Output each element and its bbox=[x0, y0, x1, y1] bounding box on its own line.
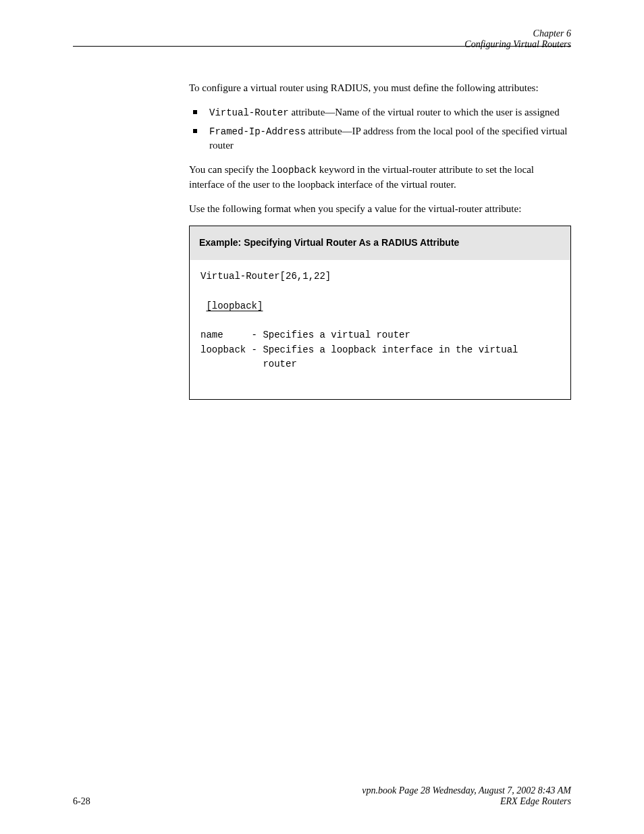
code-line: name - Specifies a virtual router bbox=[200, 328, 560, 343]
code-line: Virtual-Router[26,1,22] bbox=[200, 269, 560, 284]
body-column: To configure a virtual router using RADI… bbox=[189, 81, 571, 413]
running-header: Chapter 6 Configuring Virtual Routers bbox=[464, 28, 571, 50]
code-line: [loopback] bbox=[200, 299, 560, 314]
footer-product-line: ERX Edge Routers bbox=[362, 796, 571, 807]
code-line bbox=[200, 313, 560, 328]
followup-paragraph-2: Use the following format when you specif… bbox=[189, 202, 571, 217]
inline-code: loopback bbox=[271, 165, 317, 176]
intro-paragraph: To configure a virtual router using RADI… bbox=[189, 81, 571, 96]
footer-build-line: vpn.book Page 28 Wednesday, August 7, 20… bbox=[362, 785, 571, 796]
bullet-text: attribute—Name of the virtual router to … bbox=[289, 107, 560, 118]
page-number: 6-28 bbox=[73, 796, 90, 807]
footer-right: vpn.book Page 28 Wednesday, August 7, 20… bbox=[362, 785, 571, 807]
code-line bbox=[200, 284, 560, 299]
bullet-item: Framed-Ip-Address attribute—IP address f… bbox=[189, 124, 571, 154]
code-line: router bbox=[200, 357, 560, 372]
followup-paragraph-1: You can specify the loopback keyword in … bbox=[189, 163, 571, 192]
text-run: You can specify the bbox=[189, 164, 271, 175]
header-chapter: Chapter 6 bbox=[464, 28, 571, 39]
bullet-code: Framed-Ip-Address bbox=[209, 126, 306, 137]
example-box: Example: Specifying Virtual Router As a … bbox=[189, 226, 571, 400]
example-title: Example: Specifying Virtual Router As a … bbox=[190, 226, 570, 260]
page: Chapter 6 Configuring Virtual Routers To… bbox=[0, 0, 644, 834]
bullet-item: Virtual-Router attribute—Name of the vir… bbox=[189, 105, 571, 120]
example-code: Virtual-Router[26,1,22] [loopback] name … bbox=[190, 260, 570, 399]
header-rule bbox=[73, 46, 571, 47]
header-title: Configuring Virtual Routers bbox=[464, 39, 571, 50]
bullet-code: Virtual-Router bbox=[209, 107, 289, 118]
attribute-bullets: Virtual-Router attribute—Name of the vir… bbox=[189, 105, 571, 153]
code-line: loopback - Specifies a loopback interfac… bbox=[200, 343, 560, 358]
